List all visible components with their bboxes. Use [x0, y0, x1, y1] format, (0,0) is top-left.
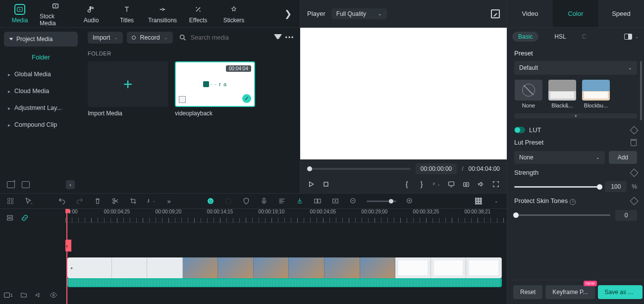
import-media-tile[interactable]: + Import Media — [88, 61, 168, 117]
preset-blockbuster[interactable]: Blockbu... — [582, 80, 610, 108]
import-button[interactable]: Import⌄ — [88, 32, 123, 44]
filter-icon[interactable] — [274, 34, 282, 42]
nav-transitions[interactable]: Transitions — [147, 1, 178, 27]
crop-icon[interactable] — [129, 197, 138, 205]
fullscreen-icon[interactable] — [492, 180, 500, 188]
save-custom-button[interactable]: Save as cus... — [598, 285, 643, 299]
volume-icon[interactable] — [477, 180, 485, 188]
cut-icon[interactable] — [111, 197, 120, 205]
bin-icon[interactable] — [22, 181, 30, 188]
display-icon[interactable] — [447, 180, 455, 188]
subtab-curves[interactable]: C — [582, 33, 587, 40]
mark-in-icon[interactable]: { — [403, 180, 411, 188]
nav-stickers[interactable]: Stickers — [218, 1, 250, 27]
more-tools-icon[interactable]: » — [164, 197, 173, 205]
mark-out-icon[interactable]: } — [418, 180, 426, 188]
sidebar-cloud-media[interactable]: Cloud Media — [4, 83, 78, 100]
redo-icon[interactable] — [75, 197, 84, 205]
tab-speed[interactable]: Speed — [598, 0, 644, 27]
track-view-icon[interactable] — [474, 197, 483, 205]
audio-clip[interactable] — [67, 278, 502, 287]
sidebar-compound-clip[interactable]: Compound Clip — [4, 116, 78, 133]
current-timecode[interactable]: 00:00:00:00 — [416, 163, 457, 174]
lut-add-button[interactable]: Add — [609, 151, 637, 164]
project-media-toggle[interactable]: Project Media — [4, 32, 78, 47]
time-ruler[interactable]: 00:00 00:00:04;25 00:00:09;20 00:00:14;1… — [65, 209, 507, 223]
timeline-layers-icon[interactable] — [6, 214, 14, 222]
add-track-icon[interactable] — [331, 197, 340, 205]
color-wheel-icon[interactable] — [224, 197, 233, 205]
zoom-slider[interactable] — [367, 201, 396, 202]
lut-toggle[interactable] — [514, 127, 525, 133]
magnet-snap-icon[interactable] — [295, 197, 304, 205]
sidebar-adjustment-layer[interactable]: Adjustment Lay... — [4, 100, 78, 116]
layout-grid-icon[interactable] — [6, 197, 15, 205]
keyframe-panel-button[interactable]: Keyframe P... NEW — [545, 285, 594, 299]
record-button[interactable]: Record⌄ — [127, 32, 172, 44]
music-note-icon[interactable]: ⌄ — [147, 197, 156, 205]
shield-icon[interactable] — [242, 197, 251, 205]
nav-audio[interactable]: Audio — [75, 1, 107, 27]
ai-tools-icon[interactable] — [206, 197, 215, 205]
eye-icon[interactable] — [50, 291, 57, 299]
strength-slider[interactable] — [514, 186, 600, 188]
compare-toggle[interactable]: ⌄ — [624, 34, 639, 40]
preview-canvas[interactable] — [300, 28, 507, 159]
sidebar-folder-tab[interactable]: Folder — [4, 53, 78, 61]
keyframe-icon[interactable] — [630, 168, 639, 177]
nav-stock-media[interactable]: Stock Media — [40, 1, 71, 27]
playhead[interactable] — [66, 209, 67, 304]
dual-view-icon[interactable] — [313, 197, 322, 205]
lut-select[interactable]: None ⌄ — [514, 151, 605, 164]
nav-titles[interactable]: Titles — [111, 1, 143, 27]
delete-icon[interactable] — [93, 197, 102, 205]
link-icon[interactable] — [21, 214, 29, 222]
zoom-out-icon[interactable] — [349, 197, 358, 205]
clip-handle-left[interactable] — [67, 257, 76, 278]
timeline-tracks[interactable]: 00:00 00:00:04;25 00:00:09;20 00:00:14;1… — [65, 209, 507, 304]
video-track-badge[interactable]: 1 — [4, 293, 13, 298]
playhead-grip-icon[interactable] — [65, 240, 71, 252]
video-clip[interactable] — [67, 257, 502, 278]
speaker-icon[interactable] — [35, 291, 43, 299]
preset-expand[interactable]: ▾ — [514, 113, 637, 118]
zoom-in-icon[interactable] — [405, 197, 414, 205]
nav-media[interactable]: Media — [4, 1, 36, 27]
tab-color[interactable]: Color — [553, 0, 598, 27]
keyframe-icon[interactable] — [630, 126, 639, 134]
snapshot-icon[interactable] — [491, 9, 500, 18]
play-icon[interactable] — [307, 180, 315, 188]
subtab-basic[interactable]: Basic — [512, 32, 538, 42]
media-item-videoplayback[interactable]: 00:04:04 · · r a ✓ videoplayback — [175, 61, 255, 117]
trash-icon[interactable] — [630, 139, 637, 146]
folder-icon[interactable] — [20, 291, 28, 299]
more-icon[interactable]: ••• — [286, 34, 294, 42]
text-align-icon[interactable] — [277, 197, 286, 205]
scrub-slider[interactable] — [307, 168, 411, 170]
collapse-sidebar-icon[interactable]: ‹ — [66, 180, 75, 189]
preset-select[interactable]: Default ⌄ — [514, 61, 637, 75]
preset-none[interactable]: None — [514, 80, 543, 108]
subtab-hsl[interactable]: HSL — [554, 33, 566, 40]
preset-black-white[interactable]: Black&... — [548, 80, 577, 108]
search-icon[interactable] — [179, 34, 187, 42]
new-folder-icon[interactable] — [7, 181, 15, 188]
undo-icon[interactable] — [57, 197, 66, 205]
track-view-options-icon[interactable]: ⌄ — [492, 197, 501, 205]
help-icon[interactable]: ? — [570, 199, 576, 205]
nav-effects[interactable]: Effects — [182, 1, 214, 27]
search-input[interactable] — [191, 34, 260, 41]
keyframe-icon[interactable] — [630, 197, 639, 205]
skin-value[interactable]: 0 — [615, 210, 637, 221]
skin-slider[interactable] — [514, 214, 610, 216]
mic-icon[interactable] — [260, 197, 268, 205]
sidebar-global-media[interactable]: Global Media — [4, 66, 78, 83]
cursor-icon[interactable]: ⌄ — [24, 197, 33, 205]
strength-value[interactable]: 100 — [605, 181, 627, 192]
marker-flag-icon[interactable]: ⌄ — [432, 180, 440, 188]
camera-icon[interactable] — [462, 180, 470, 188]
tab-video[interactable]: Video — [507, 0, 553, 27]
stop-icon[interactable] — [322, 180, 330, 188]
nav-more-icon[interactable]: ❯ — [284, 8, 292, 19]
quality-select[interactable]: Full Quality ⌄ — [331, 8, 387, 19]
